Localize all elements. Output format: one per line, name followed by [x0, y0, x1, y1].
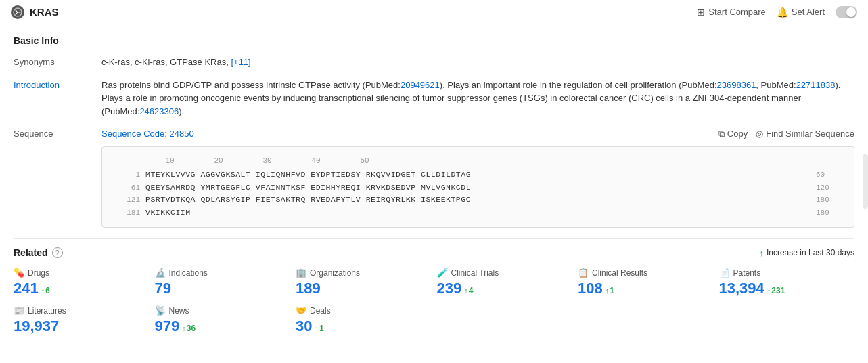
news-value: 979	[155, 318, 180, 335]
related-header: Related ? ↑ Increase in Last 30 days	[14, 247, 854, 258]
synonyms-text: c-K-ras, c-Ki-ras, GTPase KRas,	[101, 57, 229, 67]
news-header: 📡 News	[155, 305, 291, 316]
scrollbar[interactable]	[863, 154, 868, 209]
section-divider	[14, 238, 854, 239]
seq-left-4: 181	[113, 207, 145, 219]
sequence-label: Sequence	[14, 127, 101, 228]
introduction-label[interactable]: Introduction	[14, 79, 101, 119]
deals-label: Deals	[310, 306, 331, 316]
related-item-news[interactable]: 📡 News 979 ↑ 36	[155, 305, 291, 335]
deals-count: 30 ↑ 1	[296, 318, 432, 335]
drugs-up: ↑ 6	[41, 286, 50, 295]
related-grid-row1: 💊 Drugs 241 ↑ 6 🔬 Indications	[14, 268, 854, 297]
patents-up: ↑ 231	[767, 286, 785, 295]
seq-left-3: 121	[113, 194, 145, 207]
clinical-results-up: ↑ 1	[606, 286, 614, 295]
seq-right-2: 120	[810, 182, 843, 194]
ruler-tick-10: 10	[145, 155, 194, 167]
deals-up-value: 1	[319, 324, 324, 333]
synonyms-label: Synonyms	[14, 56, 101, 69]
seq-line-4: 181 VKIKKCIIM 189	[113, 207, 843, 219]
basic-info-title: Basic Info	[14, 35, 854, 46]
kras-logo	[11, 5, 24, 19]
drugs-up-value: 6	[45, 286, 50, 295]
sequence-value: Sequence Code: 24850 ⧉ Copy ◎ Find Simil…	[101, 127, 854, 228]
intro-mid1: ). Plays an important role in the regula…	[440, 80, 717, 90]
increase-arrow: ↑	[759, 248, 764, 258]
related-item-organizations[interactable]: 🏢 Organizations 189	[296, 268, 432, 297]
seq-right-4: 189	[810, 207, 843, 219]
patents-up-arrow: ↑	[767, 286, 771, 295]
related-item-patents[interactable]: 📄 Patents 13,394 ↑ 231	[719, 268, 855, 297]
drugs-icon: 💊	[14, 268, 24, 278]
seq-line-3: 121 PSRTVDTKQA QDLARSYGIP FIETSAKTRQ RVE…	[113, 194, 843, 207]
find-similar-label: Find Similar Sequence	[766, 129, 854, 139]
set-alert-label: Set Alert	[792, 7, 825, 17]
deals-header: 🤝 Deals	[296, 305, 432, 316]
sequence-actions: ⧉ Copy ◎ Find Similar Sequence	[718, 129, 854, 140]
related-item-clinical-trials[interactable]: 🧪 Clinical Trials 239 ↑ 4	[437, 268, 573, 297]
related-item-indications[interactable]: 🔬 Indications 79	[155, 268, 291, 297]
clinical-trials-icon: 🧪	[437, 268, 448, 278]
news-count: 979 ↑ 36	[155, 318, 291, 335]
seq-right-3: 180	[810, 194, 843, 207]
pubmed4-link[interactable]: 24623306	[139, 106, 179, 116]
drugs-count: 241 ↑ 6	[14, 280, 150, 297]
patents-value: 13,394	[719, 280, 764, 297]
introduction-value: Ras proteins bind GDP/GTP and possess in…	[101, 79, 854, 119]
seq-left-2: 61	[113, 182, 145, 194]
synonyms-more[interactable]: [+11]	[231, 57, 250, 67]
seq-residues-4: VKIKKCIIM	[145, 207, 810, 219]
seq-right-1: 60	[810, 169, 843, 182]
clinical-trials-value: 239	[437, 280, 462, 297]
pubmed3-link[interactable]: 22711838	[796, 80, 836, 90]
pubmed2-link[interactable]: 23698361	[717, 80, 756, 90]
deals-value: 30	[296, 318, 312, 335]
toggle-knob	[846, 7, 856, 17]
patents-icon: 📄	[719, 268, 730, 278]
copy-button[interactable]: ⧉ Copy	[718, 129, 748, 140]
related-item-clinical-results[interactable]: 📋 Clinical Results 108 ↑ 1	[578, 268, 714, 297]
patents-count: 13,394 ↑ 231	[719, 280, 855, 297]
synonyms-row: Synonyms c-K-ras, c-Ki-ras, GTPase KRas,…	[14, 56, 854, 69]
indications-label: Indications	[169, 268, 208, 278]
clinical-results-label: Clinical Results	[592, 268, 647, 278]
find-similar-button[interactable]: ◎ Find Similar Sequence	[756, 129, 854, 139]
indications-header: 🔬 Indications	[155, 268, 291, 278]
seq-residues-2: QEEYSAMRDQ YMRTGEGFLC VFAINNTKSF EDIHHYR…	[145, 182, 810, 194]
increase-text: Increase in Last 30 days	[767, 248, 854, 257]
sequence-ruler: 10 20 30 40 50	[113, 155, 843, 167]
seq-left-1: 1	[113, 169, 145, 182]
clinical-results-count: 108 ↑ 1	[578, 280, 714, 297]
intro-text-1: Ras proteins bind GDP/GTP and possess in…	[101, 80, 401, 90]
deals-up-arrow: ↑	[315, 324, 319, 333]
set-alert-button[interactable]: 🔔 Set Alert	[777, 7, 825, 18]
find-similar-icon: ◎	[756, 129, 763, 139]
header-right: ⊞ Start Compare 🔔 Set Alert	[697, 6, 857, 18]
literatures-header: 📰 Literatures	[14, 305, 150, 316]
indications-value: 79	[155, 280, 171, 297]
related-item-literatures[interactable]: 📰 Literatures 19,937	[14, 305, 150, 335]
sequence-code[interactable]: Sequence Code: 24850	[101, 127, 194, 141]
synonyms-value: c-K-ras, c-Ki-ras, GTPase KRas, [+11]	[101, 56, 854, 69]
start-compare-button[interactable]: ⊞ Start Compare	[697, 7, 766, 18]
related-item-deals[interactable]: 🤝 Deals 30 ↑ 1	[296, 305, 432, 335]
sequence-header: Sequence Code: 24850 ⧉ Copy ◎ Find Simil…	[101, 127, 854, 141]
indications-count: 79	[155, 280, 291, 297]
clinical-trials-up-value: 4	[469, 286, 474, 295]
ruler-tick-30: 30	[243, 155, 292, 167]
news-up-value: 36	[187, 324, 196, 333]
copy-icon: ⧉	[718, 129, 725, 140]
clinical-results-up-arrow: ↑	[606, 286, 610, 295]
related-info-icon[interactable]: ?	[52, 247, 63, 258]
main-content: Basic Info Synonyms c-K-ras, c-Ki-ras, G…	[0, 24, 868, 346]
news-icon: 📡	[155, 305, 166, 316]
patents-up-value: 231	[771, 286, 785, 295]
pubmed1-link[interactable]: 20949621	[401, 80, 440, 90]
alert-toggle[interactable]	[836, 6, 857, 18]
related-item-drugs[interactable]: 💊 Drugs 241 ↑ 6	[14, 268, 150, 297]
basic-info-section: Basic Info Synonyms c-K-ras, c-Ki-ras, G…	[14, 35, 854, 228]
literatures-count: 19,937	[14, 318, 150, 335]
literatures-label: Literatures	[28, 306, 66, 316]
drugs-value: 241	[14, 280, 39, 297]
